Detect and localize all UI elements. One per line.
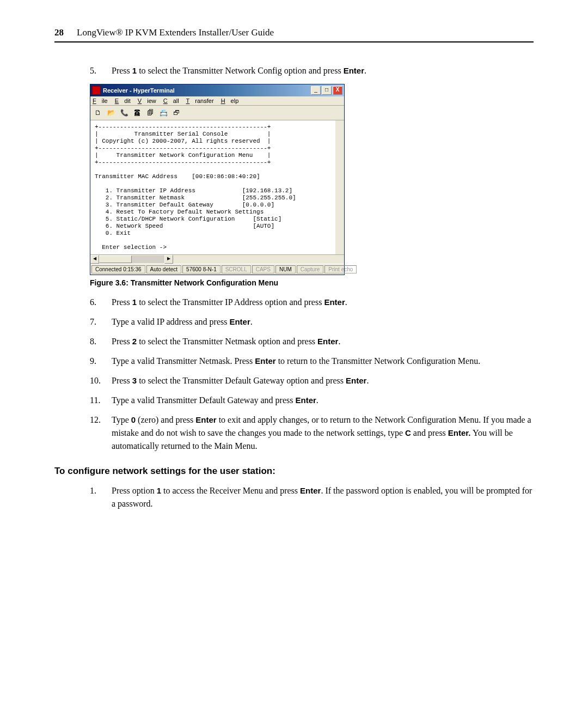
step-10: 10. Press 3 to select the Transmitter De…	[90, 374, 534, 387]
step-12: 12. Type 0 (zero) and press Enter to exi…	[90, 413, 534, 453]
step-number: 5.	[90, 64, 112, 77]
menu-help[interactable]: Help	[221, 98, 239, 104]
properties-icon[interactable]: 🗗	[171, 107, 182, 118]
status-detect: Auto detect	[146, 265, 182, 273]
window-titlebar[interactable]: Receiver - HyperTerminal _ □ X	[90, 84, 344, 96]
terminal-output: +---------------------------------------…	[90, 120, 344, 254]
status-print: Print echo	[324, 265, 357, 273]
send-icon[interactable]: 🗐	[145, 107, 156, 118]
vertical-scrollbar[interactable]	[335, 120, 344, 254]
status-caps: CAPS	[252, 265, 274, 273]
menubar[interactable]: File Edit View Call Transfer Help	[90, 96, 344, 106]
user-station-step-1: 1. Press option 1 to access the Receiver…	[90, 484, 534, 510]
close-button[interactable]: X	[333, 86, 342, 95]
status-baud: 57600 8-N-1	[182, 265, 220, 273]
app-icon	[92, 86, 101, 95]
hangup-icon[interactable]: 🖀	[132, 107, 143, 118]
status-num: NUM	[275, 265, 296, 273]
window-title: Receiver - HyperTerminal	[103, 87, 175, 94]
figure-caption: Figure 3.6: Transmitter Network Configur…	[54, 278, 534, 287]
open-icon[interactable]: 📂	[106, 107, 117, 118]
step-9: 9. Type a valid Transmitter Netmask. Pre…	[90, 355, 534, 368]
status-connected: Connected 0:15:36	[91, 265, 145, 273]
step-11: 11. Type a valid Transmitter Default Gat…	[90, 394, 534, 407]
menu-file[interactable]: File	[93, 98, 108, 104]
scroll-thumb[interactable]	[99, 255, 132, 263]
subheading-user-station: To configure network settings for the us…	[54, 466, 534, 477]
page-number: 28	[54, 27, 64, 38]
key-1: 1	[132, 66, 137, 75]
toolbar: 🗋 📂 📞 🖀 🗐 📇 🗗	[90, 106, 344, 120]
menu-edit[interactable]: Edit	[115, 98, 131, 104]
key-enter: Enter	[344, 66, 364, 75]
page-header: 28 LongView® IP KVM Extenders Installer/…	[54, 27, 534, 42]
step-6: 6. Press 1 to select the Transmitter IP …	[90, 296, 534, 309]
horizontal-scrollbar[interactable]: ◀ ▶	[90, 254, 344, 264]
step-8: 8. Press 2 to select the Transmitter Net…	[90, 335, 534, 348]
receive-icon[interactable]: 📇	[158, 107, 169, 118]
step-5: 5. Press 1 to select the Transmitter Net…	[90, 64, 534, 77]
status-capture: Capture	[297, 265, 324, 273]
call-icon[interactable]: 📞	[119, 107, 130, 118]
hyperterminal-window: Receiver - HyperTerminal _ □ X File Edit…	[90, 84, 345, 275]
menu-transfer[interactable]: Transfer	[186, 98, 214, 104]
statusbar: Connected 0:15:36 Auto detect 57600 8-N-…	[90, 264, 344, 275]
scroll-right-icon[interactable]: ▶	[164, 255, 173, 264]
scroll-left-icon[interactable]: ◀	[90, 255, 99, 264]
maximize-button[interactable]: □	[322, 86, 332, 95]
status-scroll: SCROLL	[222, 265, 251, 273]
step-7: 7. Type a valid IP address and press Ent…	[90, 315, 534, 328]
minimize-button[interactable]: _	[311, 86, 321, 95]
header-title: LongView® IP KVM Extenders Installer/Use…	[77, 27, 274, 38]
menu-call[interactable]: Call	[163, 98, 179, 104]
menu-view[interactable]: View	[138, 98, 156, 104]
new-icon[interactable]: 🗋	[93, 107, 103, 118]
